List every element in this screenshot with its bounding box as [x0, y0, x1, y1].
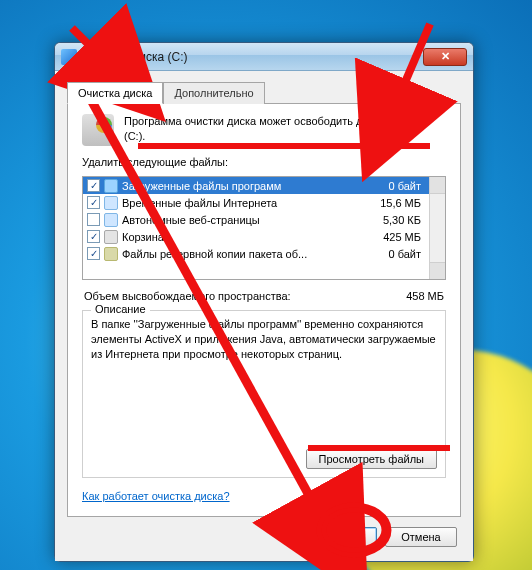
summary-row: Программа очистки диска может освободить… [82, 114, 446, 146]
summary-suffix: на [410, 115, 425, 127]
file-size: 5,30 КБ [361, 214, 425, 226]
file-name: Загруженные файлы программ [122, 180, 357, 192]
close-icon: ✕ [441, 50, 450, 63]
description-legend: Описание [91, 303, 150, 315]
view-files-button[interactable]: Просмотреть файлы [306, 449, 437, 469]
summary-text: Программа очистки диска может освободить… [124, 114, 446, 144]
client-area: Очистка диска Дополнительно Программа оч… [55, 71, 473, 561]
tab-panel-cleanup: Программа очистки диска может освободить… [67, 103, 461, 517]
file-checkbox[interactable] [87, 230, 100, 243]
summary-size: 464 МБ [372, 115, 410, 127]
close-button[interactable]: ✕ [423, 48, 467, 66]
file-row[interactable]: Автономные веб-страницы5,30 КБ [83, 211, 429, 228]
description-group: Описание В папке ''Загруженные файлы про… [82, 310, 446, 478]
disk-cleanup-window: Очистка диска (C:) ✕ Очистка диска Допол… [54, 42, 474, 562]
file-size: 425 МБ [361, 231, 425, 243]
ok-button[interactable]: OK [305, 527, 377, 547]
file-row[interactable]: Файлы резервной копии пакета об...0 байт [83, 245, 429, 262]
file-checkbox[interactable] [87, 213, 100, 226]
summary-drive: (C:) [124, 130, 142, 142]
total-value: 458 МБ [406, 290, 444, 302]
file-name: Корзина [122, 231, 357, 243]
disk-cleanup-icon [82, 114, 114, 146]
file-list[interactable]: Загруженные файлы программ0 байтВременны… [82, 176, 446, 280]
file-checkbox[interactable] [87, 196, 100, 209]
file-name: Автономные веб-страницы [122, 214, 357, 226]
description-text: В папке ''Загруженные файлы программ'' в… [91, 317, 437, 449]
tab-more-options[interactable]: Дополнительно [163, 82, 264, 104]
total-row: Объем высвобождаемого пространства: 458 … [82, 288, 446, 302]
file-row[interactable]: Временные файлы Интернета15,6 МБ [83, 194, 429, 211]
cancel-button[interactable]: Отмена [385, 527, 457, 547]
file-checkbox[interactable] [87, 179, 100, 192]
file-row[interactable]: Корзина425 МБ [83, 228, 429, 245]
file-name: Файлы резервной копии пакета об... [122, 248, 357, 260]
file-size: 15,6 МБ [361, 197, 425, 209]
file-type-icon [104, 230, 118, 244]
app-icon [61, 49, 77, 65]
files-to-delete-label: Удалить следующие файлы: [82, 156, 446, 168]
file-size: 0 байт [361, 180, 425, 192]
dialog-buttons: OK Отмена [67, 517, 461, 551]
total-label: Объем высвобождаемого пространства: [84, 290, 291, 302]
file-type-icon [104, 247, 118, 261]
titlebar[interactable]: Очистка диска (C:) ✕ [55, 43, 473, 71]
tab-cleanup[interactable]: Очистка диска [67, 82, 163, 104]
window-title: Очистка диска (C:) [83, 50, 417, 64]
file-name: Временные файлы Интернета [122, 197, 357, 209]
file-type-icon [104, 179, 118, 193]
file-size: 0 байт [361, 248, 425, 260]
scrollbar[interactable] [429, 177, 445, 279]
help-link[interactable]: Как работает очистка диска? [82, 490, 446, 502]
file-row[interactable]: Загруженные файлы программ0 байт [83, 177, 429, 194]
file-type-icon [104, 196, 118, 210]
file-type-icon [104, 213, 118, 227]
summary-prefix: Программа очистки диска может освободить… [124, 115, 372, 127]
file-checkbox[interactable] [87, 247, 100, 260]
tab-strip: Очистка диска Дополнительно [67, 81, 461, 103]
